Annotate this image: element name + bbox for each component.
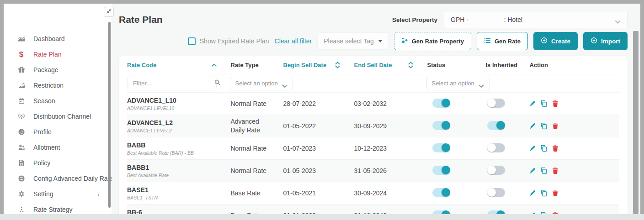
gen-rate-button[interactable]: Gen Rate	[477, 32, 528, 50]
is-inherited-toggle[interactable]	[487, 121, 505, 130]
clear-all-filter-link[interactable]: Clear all filter	[275, 37, 312, 45]
delete-button[interactable]	[552, 100, 559, 107]
column-header-begin-sell-date[interactable]: Begin Sell Date	[277, 62, 347, 68]
rate-type-filter-select[interactable]: Select an option	[230, 77, 293, 90]
property-select-value: GPH - : Hotel	[451, 16, 522, 23]
is-inherited-toggle[interactable]	[487, 188, 505, 197]
delete-button[interactable]	[552, 167, 559, 174]
copy-button[interactable]	[540, 212, 548, 214]
is-inherited-toggle[interactable]	[487, 210, 505, 215]
dollar-icon: $	[17, 51, 25, 58]
rate-code: BABB	[127, 141, 224, 149]
chevron-right-icon: ›	[97, 191, 100, 198]
end-sell-date: 10-12-2023	[347, 145, 420, 152]
edit-button[interactable]	[529, 122, 536, 130]
copy-icon	[540, 189, 548, 197]
column-header-rate-code[interactable]: Rate Code	[127, 62, 224, 68]
sidebar-item-allotment[interactable]: Allotment ›	[4, 140, 112, 155]
status-toggle[interactable]	[432, 188, 450, 197]
chevron-down-icon	[615, 18, 621, 22]
edit-button[interactable]	[529, 145, 536, 152]
trash-icon	[552, 189, 559, 197]
table-row: ADVANCE1_L10 ADVANCE1 LEVEL10 Normal Rat…	[127, 93, 619, 115]
rate-code: BASE1	[127, 186, 224, 194]
calendar-icon	[17, 97, 25, 105]
end-sell-date: 03-02-2032	[347, 100, 420, 107]
import-label: Import	[601, 38, 620, 45]
begin-sell-date: 01-01-2020	[277, 212, 347, 214]
status-toggle[interactable]	[432, 166, 450, 175]
status-toggle[interactable]	[432, 121, 450, 130]
edit-button[interactable]	[529, 100, 536, 107]
delete-button[interactable]	[552, 189, 559, 197]
pencil-icon	[529, 212, 536, 214]
rate-code-filter-input[interactable]	[133, 80, 214, 87]
page-header: Rate Plan Select Property GPH - : Hotel	[119, 4, 628, 28]
broadcast-icon	[17, 113, 25, 120]
copy-button[interactable]	[540, 167, 548, 174]
sidebar-item-setting[interactable]: Setting ›	[4, 186, 112, 202]
sidebar-scrollbar[interactable]	[108, 22, 111, 208]
sidebar-item-season[interactable]: Season ›	[4, 93, 112, 109]
delete-button[interactable]	[552, 212, 559, 214]
begin-sell-date: 28-07-2022	[277, 100, 347, 107]
end-sell-date: 31-05-2026	[347, 167, 420, 174]
tag-select[interactable]: Please select Tag	[317, 32, 388, 50]
edit-button[interactable]	[529, 167, 536, 174]
copy-icon	[540, 100, 548, 107]
begin-sell-date: 01-05-2021	[277, 189, 347, 197]
column-header-end-sell-date[interactable]: End Sell Date	[347, 62, 420, 68]
rate-description: ADVANCE1 LEVEL10	[127, 105, 224, 111]
sidebar-item-dashboard[interactable]: Dashboard ›	[4, 31, 112, 47]
copy-button[interactable]	[540, 100, 548, 107]
sidebar: Dashboard › $ Rate Plan › Package › Rest…	[4, 4, 112, 214]
vertical-scrollbar[interactable]	[633, 31, 639, 214]
chevron-down-icon	[282, 82, 287, 85]
rate-code: BABB1	[127, 164, 224, 171]
sidebar-item-package[interactable]: Package ›	[4, 62, 112, 78]
sidebar-item-policy[interactable]: Policy ›	[4, 155, 112, 171]
sidebar-item-profile[interactable]: Profile ›	[4, 124, 112, 140]
status-toggle[interactable]	[432, 99, 450, 108]
collapse-sidebar-button[interactable]	[104, 7, 114, 17]
import-button[interactable]: Import	[583, 32, 628, 50]
delete-button[interactable]	[552, 122, 559, 130]
copy-icon	[540, 122, 548, 130]
dashboard-icon	[17, 35, 25, 43]
edit-button[interactable]	[529, 212, 536, 214]
sidebar-item-restriction[interactable]: Restriction ›	[4, 78, 112, 93]
edit-button[interactable]	[529, 189, 536, 197]
create-button[interactable]: Create	[533, 32, 578, 50]
begin-sell-date: 01-07-2023	[277, 145, 347, 152]
rate-type: Normal Rate	[224, 167, 277, 175]
sidebar-item-rate-plan[interactable]: $ Rate Plan ›	[4, 47, 112, 62]
pencil-icon	[529, 122, 536, 130]
is-inherited-toggle[interactable]	[487, 143, 505, 152]
delete-button[interactable]	[552, 145, 559, 152]
sidebar-item-distribution-channel[interactable]: Distribution Channel ›	[4, 109, 112, 124]
table-row: BABB Best Available Rate (BAR) - BB Norm…	[127, 137, 619, 160]
property-select[interactable]: GPH - : Hotel	[444, 11, 628, 28]
status-filter-select[interactable]: Select an option	[426, 77, 490, 90]
gear-icon	[17, 190, 25, 198]
is-inherited-toggle[interactable]	[487, 99, 505, 108]
trash-icon	[552, 167, 559, 174]
column-header-status: Status	[420, 62, 479, 68]
table-filter-row: Select an option Select an option	[127, 74, 619, 93]
is-inherited-toggle[interactable]	[487, 166, 505, 175]
dots-cluster-icon	[401, 37, 408, 45]
main-content: Rate Plan Select Property GPH - : Hotel …	[112, 4, 640, 214]
rate-description: ADVANCE1 LEVEL2	[127, 128, 224, 133]
sidebar-item-rate-strategy[interactable]: Rate Strategy ›	[4, 202, 112, 214]
show-expired-checkbox[interactable]	[188, 37, 196, 45]
gen-rate-property-button[interactable]: Gen Rate Property	[394, 32, 471, 50]
rate-type: Base Rate	[224, 211, 277, 214]
copy-button[interactable]	[540, 145, 548, 152]
status-toggle[interactable]	[432, 143, 450, 152]
status-toggle[interactable]	[432, 210, 450, 215]
copy-button[interactable]	[540, 122, 548, 130]
column-header-is-inherited: Is Inherited	[479, 62, 523, 68]
sidebar-item-config-advanced-daily-rate[interactable]: Config Advanced Daily Rate ›	[4, 171, 112, 186]
copy-button[interactable]	[540, 189, 548, 197]
rate-type: Advanced Daily Rate	[224, 117, 277, 135]
